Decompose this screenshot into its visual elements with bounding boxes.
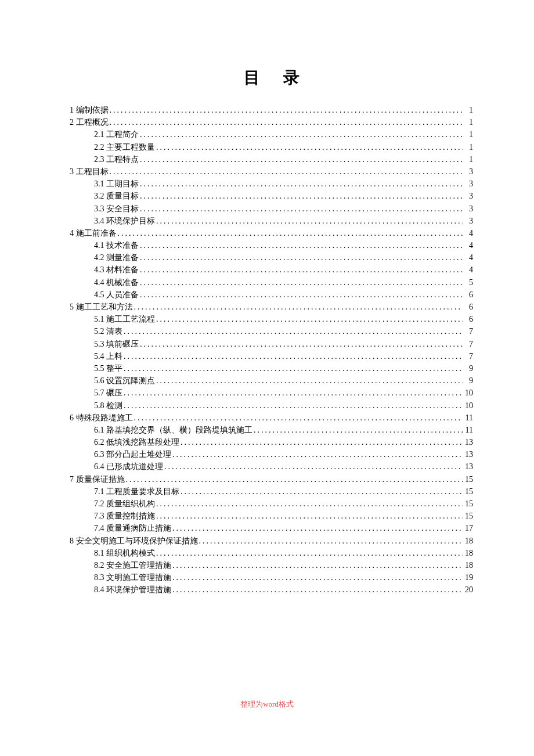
toc-entry: 7.3 质量控制措施15 (70, 512, 473, 520)
toc-entry-page: 3 (464, 168, 473, 176)
toc-entry: 5.6 设置沉降测点9 (70, 377, 473, 385)
toc-entry-page: 4 (464, 266, 473, 274)
toc-entry-page: 7 (464, 327, 473, 336)
toc-entry-label: 3.4 环境保护目标 (94, 217, 155, 225)
toc-leader-dots (140, 340, 463, 348)
toc-leader-dots (140, 279, 463, 287)
toc-entry-label: 3.1 工期目标 (94, 180, 139, 188)
toc-entry: 3.1 工期目标3 (70, 180, 473, 188)
toc-leader-dots (164, 463, 463, 471)
toc-entry-page: 11 (464, 426, 473, 434)
toc-entry-label: 4.1 技术准备 (94, 242, 139, 250)
toc-entry-page: 3 (464, 217, 473, 225)
toc-entry: 5.2 清表7 (70, 327, 473, 336)
toc-entry-page: 11 (464, 414, 473, 422)
toc-entry-label: 4.4 机械准备 (94, 279, 139, 287)
toc-leader-dots (181, 438, 463, 447)
toc-entry-label: 2 工程概况 (70, 118, 109, 127)
toc-entry-page: 18 (464, 561, 473, 570)
toc-entry-page: 7 (464, 340, 473, 348)
document-page: 目录 1 编制依据12 工程概况12.1 工程简介12.2 主要工程数量12.3… (0, 0, 534, 594)
toc-entry-label: 6 特殊段路堤施工 (70, 414, 133, 422)
toc-entry-page: 4 (464, 254, 473, 262)
toc-leader-dots (124, 352, 463, 361)
toc-leader-dots (134, 303, 463, 311)
page-footer: 整理为word格式 (0, 699, 534, 710)
toc-leader-dots (140, 266, 463, 274)
toc-entry-page: 13 (464, 451, 473, 459)
toc-entry: 4 施工前准备4 (70, 229, 473, 237)
toc-entry-label: 5.4 上料 (94, 352, 122, 361)
toc-entry-label: 5.1 施工工艺流程 (94, 315, 155, 323)
toc-leader-dots (140, 192, 463, 200)
toc-entry: 4.2 测量准备4 (70, 254, 473, 262)
toc-entry: 6.4 已形成坑道处理13 (70, 463, 473, 471)
toc-entry-label: 8 安全文明施工与环境保护保证措施 (70, 537, 198, 545)
toc-entry-page: 6 (464, 315, 473, 323)
toc-entry-page: 9 (464, 365, 473, 373)
toc-entry-label: 2.1 工程简介 (94, 131, 139, 139)
toc-entry-page: 10 (464, 402, 473, 410)
toc-entry-page: 1 (464, 106, 473, 114)
footer-word: word (263, 700, 279, 708)
toc-entry-label: 5.8 检测 (94, 402, 122, 410)
toc-entry: 8.2 安全施工管理措施18 (70, 561, 473, 570)
toc-entry-page: 7 (464, 352, 473, 361)
toc-leader-dots (118, 229, 463, 237)
toc-entry-page: 6 (464, 291, 473, 299)
toc-leader-dots (124, 389, 463, 397)
toc-leader-dots (110, 118, 463, 127)
toc-title: 目录 (70, 67, 473, 89)
toc-entry-page: 20 (464, 586, 473, 594)
toc-entry: 4.4 机械准备5 (70, 279, 473, 287)
toc-entry-page: 18 (464, 537, 473, 545)
toc-leader-dots (140, 131, 463, 139)
toc-entry: 1 编制依据1 (70, 106, 473, 114)
footer-suffix: 格式 (279, 700, 294, 708)
toc-entry-label: 8.3 文明施工管理措施 (94, 574, 171, 582)
toc-entry-label: 3.3 安全目标 (94, 205, 139, 213)
toc-entry: 3 工程目标3 (70, 168, 473, 176)
toc-leader-dots (126, 476, 463, 484)
toc-leader-dots (156, 143, 463, 152)
toc-leader-dots (140, 180, 463, 188)
toc-entry-page: 5 (464, 279, 473, 287)
toc-entry-page: 1 (464, 131, 473, 139)
toc-entry: 5 施工工艺和方法6 (70, 303, 473, 311)
toc-entry: 2.1 工程简介1 (70, 131, 473, 139)
toc-entry-label: 3 工程目标 (70, 168, 109, 176)
toc-entry-label: 6.1 路基填挖交界（纵、横）段路堤填筑施工 (94, 426, 252, 434)
toc-entry-page: 1 (464, 143, 473, 152)
toc-entry-label: 2.2 主要工程数量 (94, 143, 155, 152)
toc-entry: 4.1 技术准备4 (70, 242, 473, 250)
toc-entry-label: 7.4 质量通病防止措施 (94, 524, 171, 532)
toc-leader-dots (172, 586, 463, 594)
toc-leader-dots (172, 561, 463, 570)
toc-entry-label: 8.1 组织机构模式 (94, 549, 155, 557)
toc-entry-label: 4.5 人员准备 (94, 291, 139, 299)
toc-entry-label: 5.2 清表 (94, 327, 122, 336)
toc-entry-page: 9 (464, 377, 473, 385)
toc-entry-page: 15 (464, 488, 473, 496)
toc-entry: 4.3 材料准备4 (70, 266, 473, 274)
toc-entry-label: 4 施工前准备 (70, 229, 117, 237)
toc-entry: 4.5 人员准备6 (70, 291, 473, 299)
toc-leader-dots (140, 156, 463, 164)
toc-leader-dots (172, 524, 463, 532)
toc-entry: 3.3 安全目标3 (70, 205, 473, 213)
toc-leader-dots (181, 488, 463, 496)
toc-entry-page: 13 (464, 438, 473, 447)
toc-leader-dots (172, 451, 463, 459)
toc-leader-dots (140, 205, 463, 213)
toc-entry: 7.1 工程质量要求及目标15 (70, 488, 473, 496)
toc-entry-page: 10 (464, 389, 473, 397)
toc-entry: 6 特殊段路堤施工11 (70, 414, 473, 422)
toc-entry: 3.4 环境保护目标3 (70, 217, 473, 225)
toc-entry: 6.3 部分凸起土堆处理13 (70, 451, 473, 459)
toc-entry-label: 6.3 部分凸起土堆处理 (94, 451, 171, 459)
toc-leader-dots (140, 242, 463, 250)
toc-entry-label: 5.5 整平 (94, 365, 122, 373)
toc-entry-page: 3 (464, 192, 473, 200)
toc-entry-page: 15 (464, 512, 473, 520)
toc-entry-label: 1 编制依据 (70, 106, 109, 114)
